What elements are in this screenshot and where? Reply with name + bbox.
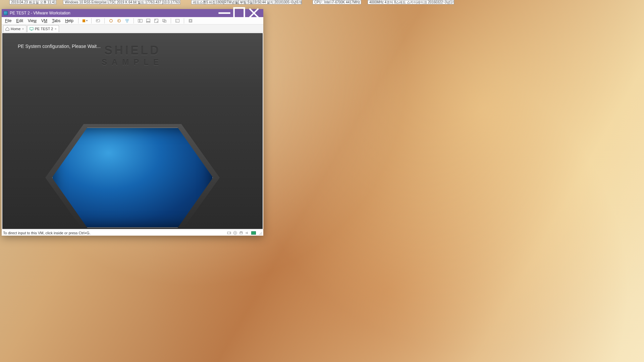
svg-rect-20 (190, 20, 191, 21)
svg-rect-18 (176, 19, 179, 22)
toolbar-separator (91, 18, 92, 23)
tab-close-icon[interactable]: × (22, 27, 24, 31)
tab-label: Home (11, 27, 20, 31)
toolbar-separator (184, 18, 184, 23)
toolbar-separator (133, 18, 134, 23)
brand-watermark: SHIELD SAMPLE (102, 44, 163, 67)
menubar: File Edit View VM Tabs Help ▮▮▾ (2, 17, 263, 24)
vmware-window: PE TEST 2 - VMware Workstation File Edit… (2, 9, 263, 236)
tab-label: PE TEST 2 (35, 27, 53, 31)
svg-rect-21 (30, 27, 33, 30)
widget-cpu-detail: 4000MHz 4코어 8스레드 스카이레이크 20160322~3년1개월0일 (368, 0, 454, 4)
home-icon (5, 27, 9, 31)
svg-rect-15 (155, 19, 158, 22)
toolbar-separator (104, 18, 105, 23)
svg-rect-4 (96, 19, 100, 22)
svg-rect-27 (240, 232, 243, 234)
sound-icon[interactable] (245, 231, 249, 235)
snapshot-manager-icon[interactable] (124, 18, 130, 24)
svg-point-9 (127, 19, 128, 20)
tab-home[interactable]: Home × (3, 25, 26, 32)
close-button[interactable] (247, 9, 261, 17)
toolbar-separator (171, 18, 171, 23)
svg-rect-28 (240, 232, 242, 232)
titlebar[interactable]: PE TEST 2 - VMware Workstation (2, 9, 263, 17)
vm-icon (30, 27, 34, 31)
show-thumbnail-bar-icon[interactable] (145, 18, 151, 24)
statusbar: To direct input to this VM, click inside… (2, 230, 263, 236)
console-view-icon[interactable] (174, 18, 180, 24)
menu-view[interactable]: View (26, 18, 39, 24)
unity-icon[interactable] (161, 18, 167, 24)
svg-rect-5 (97, 20, 98, 21)
display-indicator-icon[interactable] (251, 231, 256, 235)
svg-rect-12 (140, 19, 142, 22)
menu-edit[interactable]: Edit (14, 18, 25, 24)
svg-rect-14 (147, 21, 150, 22)
svg-point-25 (233, 231, 237, 235)
widget-datetime: qaz 2019.04.23 화요일 오후 11:41:20 (9, 0, 56, 4)
menu-file[interactable]: File (3, 18, 13, 24)
send-ctrl-alt-del-icon[interactable] (95, 18, 101, 24)
shield-graphic (52, 127, 213, 228)
svg-point-26 (235, 232, 236, 233)
printer-icon[interactable] (239, 231, 243, 235)
tab-close-icon[interactable]: × (54, 27, 56, 31)
svg-point-24 (230, 233, 230, 233)
toolbar-separator (78, 18, 78, 23)
widget-cpu: ihn CPU : Intel i7-6700K 4417MHz (313, 0, 361, 4)
show-library-icon[interactable] (137, 18, 143, 24)
widget-os: Windows 10 RS5 Enterprise LTSC 2019 K 64… (63, 0, 180, 4)
desktop-widgets: qaz 2019.04.23 화요일 오후 11:41:20 Windows 1… (0, 0, 644, 5)
brand-line2: SAMPLE (102, 58, 163, 67)
tab-pe-test-2[interactable]: PE TEST 2 × (27, 25, 59, 32)
svg-rect-22 (31, 30, 32, 31)
status-device-icons (227, 231, 262, 235)
svg-rect-1 (234, 8, 245, 18)
app-icon (4, 11, 8, 15)
menu-vm[interactable]: VM (39, 18, 49, 24)
menu-help[interactable]: Help (63, 18, 75, 24)
tabstrip: Home × PE TEST 2 × (2, 24, 263, 33)
stretch-guest-icon[interactable] (187, 18, 194, 24)
status-message: To direct input to this VM, click inside… (3, 231, 91, 235)
svg-rect-13 (147, 19, 150, 21)
suspend-button[interactable]: ▮▮▾ (82, 18, 88, 24)
vm-guest-screen[interactable]: PE System configuration, Please Wait... … (2, 33, 263, 229)
snapshot-take-icon[interactable] (108, 18, 114, 24)
svg-point-10 (126, 21, 128, 22)
window-title: PE TEST 2 - VMware Workstation (10, 11, 70, 15)
minimize-button[interactable] (217, 9, 232, 17)
brand-line1: SHIELD (102, 44, 163, 58)
resize-grip-icon[interactable] (258, 231, 262, 235)
widget-install: rfv 레드스톤5 버전1809[RTM년월] 부팅:5일19:50:44 설치… (191, 0, 302, 4)
cd-icon[interactable] (233, 231, 237, 235)
maximize-button[interactable] (232, 9, 247, 17)
hdd-icon[interactable] (227, 231, 231, 235)
fullscreen-icon[interactable] (153, 18, 159, 24)
pe-wait-message: PE System configuration, Please Wait... (18, 44, 101, 49)
svg-point-8 (125, 19, 127, 20)
svg-rect-11 (138, 19, 140, 22)
snapshot-revert-icon[interactable] (116, 18, 122, 24)
menu-tabs[interactable]: Tabs (50, 18, 62, 24)
